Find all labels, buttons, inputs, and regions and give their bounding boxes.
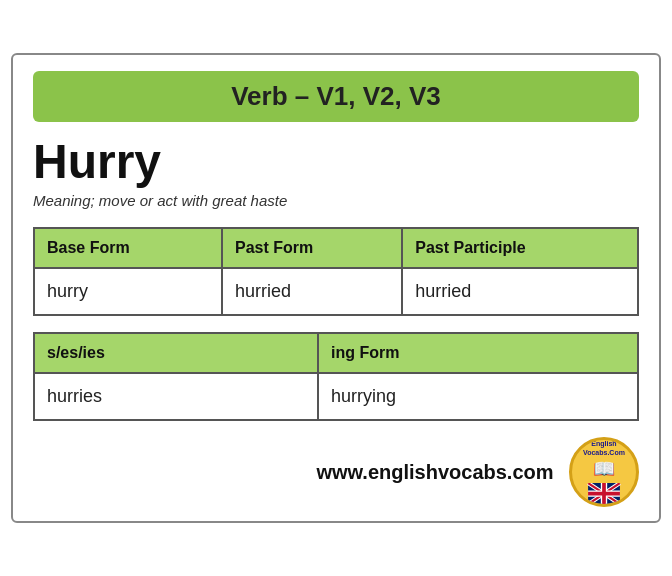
uk-flag-icon xyxy=(587,483,621,504)
col-header-past: Past Form xyxy=(222,228,402,268)
book-icon: 📖 xyxy=(593,458,615,480)
table-row: hurries hurrying xyxy=(34,373,638,420)
ses-form-value: hurries xyxy=(34,373,318,420)
ing-form-value: hurrying xyxy=(318,373,638,420)
footer: www.englishvocabs.com EnglishVocabs.Com … xyxy=(33,437,639,507)
table-row: hurry hurried hurried xyxy=(34,268,638,315)
base-form-value: hurry xyxy=(34,268,222,315)
col-header-past-participle: Past Participle xyxy=(402,228,638,268)
col-header-ing: ing Form xyxy=(318,333,638,373)
word-title: Hurry xyxy=(33,136,639,189)
card: Verb – V1, V2, V3 Hurry Meaning; move or… xyxy=(11,53,661,524)
logo-circle: EnglishVocabs.Com 📖 xyxy=(569,437,639,507)
verb-header: Verb – V1, V2, V3 xyxy=(33,71,639,122)
verb-inflection-table: s/es/ies ing Form hurries hurrying xyxy=(33,332,639,421)
website-url: www.englishvocabs.com xyxy=(301,461,569,484)
logo-badge: EnglishVocabs.Com 📖 xyxy=(569,437,639,507)
word-meaning: Meaning; move or act with great haste xyxy=(33,192,639,209)
logo-text: EnglishVocabs.Com xyxy=(583,440,625,457)
verb-header-title: Verb – V1, V2, V3 xyxy=(231,81,441,111)
verb-forms-table: Base Form Past Form Past Participle hurr… xyxy=(33,227,639,316)
col-header-ses: s/es/ies xyxy=(34,333,318,373)
past-participle-value: hurried xyxy=(402,268,638,315)
past-form-value: hurried xyxy=(222,268,402,315)
col-header-base: Base Form xyxy=(34,228,222,268)
